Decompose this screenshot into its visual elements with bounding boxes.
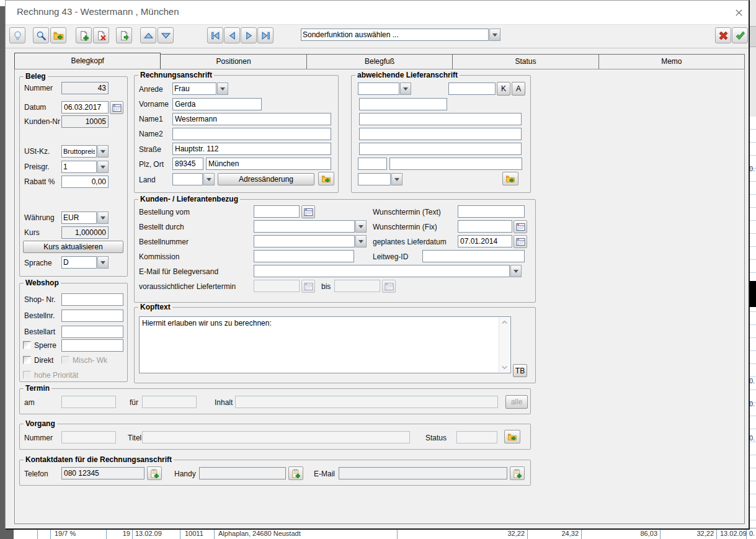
liefer-land-input[interactable] [358, 173, 391, 185]
lieferdatum-calendar-button[interactable] [514, 235, 527, 248]
tb-button[interactable]: TB [513, 364, 527, 377]
nav-next-button[interactable] [241, 27, 257, 43]
vorname-field[interactable] [172, 98, 262, 110]
telefon-field[interactable] [61, 467, 145, 479]
datum-calendar-button[interactable] [110, 101, 123, 114]
liefer-plz-field[interactable] [358, 158, 387, 170]
kundennr-field[interactable] [61, 115, 109, 128]
handy-field[interactable] [199, 467, 286, 479]
nav-prev-button[interactable] [224, 27, 240, 43]
email-field[interactable] [339, 467, 507, 479]
nummer-field[interactable] [61, 82, 109, 94]
bestellart-field[interactable] [61, 326, 123, 338]
chevron-down-icon[interactable] [203, 173, 215, 185]
strasse-field[interactable] [172, 143, 331, 155]
shopnr-field[interactable] [61, 293, 123, 306]
leitweg-field[interactable] [422, 250, 525, 262]
lieferdatum-field[interactable] [458, 235, 512, 247]
open-record-button[interactable] [50, 27, 66, 43]
vorgang-lookup-button[interactable] [504, 430, 520, 443]
email-belegversand-input[interactable] [254, 265, 510, 277]
rabatt-field[interactable] [61, 176, 109, 188]
move-up-button[interactable] [140, 27, 156, 43]
kommission-field[interactable] [254, 250, 354, 262]
liefer-name1-field[interactable] [359, 113, 522, 125]
ort-field[interactable] [206, 158, 331, 170]
chevron-down-icon[interactable] [97, 161, 109, 173]
bestellt-durch-input[interactable] [254, 220, 355, 233]
webshop-bestellnr-field[interactable] [61, 310, 123, 322]
close-window-button[interactable] [732, 6, 745, 19]
move-down-button[interactable] [158, 27, 174, 43]
hint-button[interactable] [9, 27, 25, 43]
kopftext-textarea[interactable]: Hiermit erlauben wir uns zu berechnen: [139, 316, 511, 373]
bestellung-vom-calendar-button[interactable] [301, 205, 315, 218]
wunschtermin-text-field[interactable] [458, 205, 525, 218]
nav-first-button[interactable] [207, 27, 223, 43]
handy-add-button[interactable] [288, 466, 303, 480]
tab-status[interactable]: Status [453, 54, 598, 69]
direkt-checkbox[interactable] [23, 356, 31, 364]
chevron-down-icon[interactable] [355, 220, 367, 233]
tab-belegkopf[interactable]: Belegkopf [14, 53, 161, 69]
chevron-down-icon[interactable] [97, 212, 109, 224]
new-record-button[interactable] [76, 27, 92, 43]
chevron-down-icon[interactable] [391, 173, 402, 185]
chevron-down-icon[interactable] [355, 235, 367, 247]
liefer-kurz-field[interactable] [448, 82, 496, 95]
kurs-field[interactable] [61, 226, 109, 239]
refresh-record-button[interactable] [116, 27, 132, 43]
liefer-name2-field[interactable] [359, 128, 522, 140]
liefer-ort-field[interactable] [389, 158, 522, 170]
waehrung-input[interactable] [61, 212, 97, 224]
land-input[interactable] [172, 173, 203, 185]
email-add-button[interactable] [510, 466, 525, 480]
bestellung-vom-field[interactable] [254, 205, 300, 218]
liefer-lookup-button[interactable] [502, 172, 518, 185]
plz-field[interactable] [172, 158, 203, 170]
cancel-button[interactable] [715, 27, 731, 43]
sprache-input[interactable] [61, 256, 97, 269]
chevron-down-icon[interactable] [400, 82, 411, 95]
name1-field[interactable] [172, 113, 331, 125]
chevron-down-icon[interactable] [97, 256, 109, 269]
liefer-strasse-field[interactable] [359, 143, 522, 155]
titlebar[interactable]: Rechnung 43 - Westermann , München [6, 1, 749, 25]
liefer-vorname-field[interactable] [359, 98, 447, 110]
wunschtermin-fix-calendar-button[interactable] [514, 220, 527, 233]
liefer-k-button[interactable]: K [497, 82, 510, 96]
adressaenderung-button[interactable]: Adressänderung [218, 173, 314, 185]
clipboard-plus-icon [149, 469, 159, 478]
tab-memo[interactable]: Memo [599, 54, 745, 69]
name2-field[interactable] [172, 128, 331, 140]
ustkz-input[interactable] [61, 145, 97, 158]
preisgr-input[interactable] [61, 161, 97, 173]
bestellnummer-input[interactable] [254, 235, 355, 247]
scroll-up-icon[interactable] [500, 319, 509, 326]
ok-button[interactable] [732, 27, 748, 43]
tab-belegfuss[interactable]: Belegfuß [307, 54, 453, 69]
delete-record-button[interactable] [93, 27, 109, 43]
liefer-a-button[interactable]: A [512, 82, 525, 96]
chevron-down-icon[interactable] [510, 265, 522, 277]
sonderfunktion-input[interactable] [301, 29, 489, 41]
chevron-down-icon[interactable] [217, 82, 228, 95]
adresse-lookup-button[interactable] [318, 172, 334, 185]
search-button[interactable] [33, 27, 49, 43]
bestellart-label: Bestellart [24, 327, 55, 336]
liefer-anrede-input[interactable] [358, 82, 399, 95]
anrede-input[interactable] [172, 82, 216, 95]
sperre-field[interactable] [61, 339, 123, 352]
wunschtermin-fix-field[interactable] [458, 220, 512, 233]
datum-field[interactable] [61, 101, 109, 114]
nav-last-button[interactable] [257, 27, 273, 43]
kopftext-scrollbar[interactable] [499, 318, 510, 372]
kurs-aktualisieren-button[interactable]: Kurs aktualisieren [23, 241, 123, 253]
scroll-down-icon[interactable] [500, 363, 509, 371]
tab-positionen[interactable]: Positionen [161, 54, 306, 69]
telefon-add-button[interactable] [147, 466, 162, 480]
sperre-checkbox[interactable] [23, 341, 31, 349]
chevron-down-icon[interactable] [97, 145, 109, 158]
ustkz-select [61, 145, 109, 158]
chevron-down-icon[interactable] [489, 29, 500, 41]
